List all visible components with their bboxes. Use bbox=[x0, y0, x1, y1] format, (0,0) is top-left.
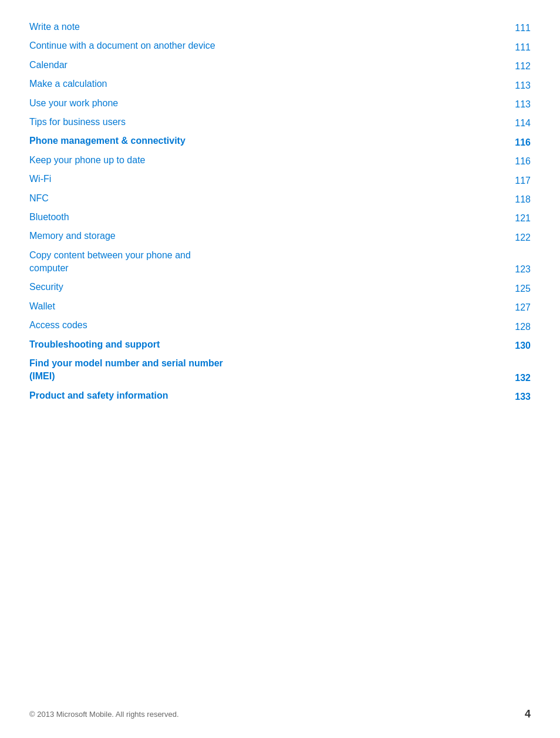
toc-list: Write a note111Continue with a document … bbox=[29, 18, 531, 405]
toc-item-label: Write a note bbox=[29, 21, 229, 33]
toc-item-page: 113 bbox=[507, 99, 531, 110]
footer-page-number: 4 bbox=[525, 708, 531, 720]
toc-row[interactable]: Wi-Fi117 bbox=[29, 170, 531, 188]
toc-row[interactable]: Make a calculation113 bbox=[29, 75, 531, 93]
toc-row[interactable]: Bluetooth121 bbox=[29, 208, 531, 227]
toc-item-label: Continue with a document on another devi… bbox=[29, 39, 229, 52]
toc-row[interactable]: Phone management & connectivity116 bbox=[29, 132, 531, 150]
footer-copyright: © 2013 Microsoft Mobile. All rights rese… bbox=[29, 710, 179, 719]
toc-row[interactable]: Calendar112 bbox=[29, 56, 531, 75]
toc-item-page: 112 bbox=[507, 61, 531, 72]
toc-item-page: 133 bbox=[507, 392, 531, 402]
toc-item-label: Troubleshooting and support bbox=[29, 338, 229, 351]
toc-row[interactable]: NFC118 bbox=[29, 189, 531, 208]
toc-item-page: 128 bbox=[507, 322, 531, 332]
footer: © 2013 Microsoft Mobile. All rights rese… bbox=[29, 708, 531, 720]
toc-item-page: 117 bbox=[507, 176, 531, 186]
page-container: Write a note111Continue with a document … bbox=[0, 0, 560, 738]
toc-item-page: 127 bbox=[507, 302, 531, 313]
toc-item-label: Product and safety information bbox=[29, 389, 229, 402]
toc-item-page: 118 bbox=[507, 194, 531, 205]
toc-item-page: 113 bbox=[507, 80, 531, 91]
toc-item-page: 122 bbox=[507, 232, 531, 243]
toc-row[interactable]: Security125 bbox=[29, 278, 531, 296]
toc-row[interactable]: Product and safety information133 bbox=[29, 386, 531, 405]
toc-row[interactable]: Access codes128 bbox=[29, 316, 531, 335]
toc-item-page: 130 bbox=[507, 341, 531, 351]
toc-item-page: 114 bbox=[507, 118, 531, 129]
toc-item-page: 123 bbox=[507, 264, 531, 275]
toc-item-label: Find your model number and serial number… bbox=[29, 357, 229, 383]
toc-row[interactable]: Troubleshooting and support130 bbox=[29, 335, 531, 354]
toc-row[interactable]: Write a note111 bbox=[29, 18, 531, 36]
toc-item-label: Use your work phone bbox=[29, 97, 229, 110]
toc-item-page: 116 bbox=[507, 137, 531, 148]
toc-item-label: Make a calculation bbox=[29, 77, 229, 90]
toc-item-label: Calendar bbox=[29, 59, 229, 72]
toc-item-label: Wallet bbox=[29, 300, 229, 313]
toc-item-label: Keep your phone up to date bbox=[29, 154, 229, 167]
toc-item-page: 116 bbox=[507, 156, 531, 167]
toc-item-label: NFC bbox=[29, 192, 229, 205]
toc-row[interactable]: Wallet127 bbox=[29, 297, 531, 316]
toc-row[interactable]: Memory and storage122 bbox=[29, 227, 531, 245]
toc-item-label: Access codes bbox=[29, 319, 229, 332]
toc-item-page: 121 bbox=[507, 213, 531, 224]
toc-item-page: 111 bbox=[507, 23, 531, 33]
toc-row[interactable]: Copy content between your phone and comp… bbox=[29, 246, 531, 278]
toc-item-label: Phone management & connectivity bbox=[29, 134, 229, 147]
toc-item-label: Tips for business users bbox=[29, 116, 229, 129]
toc-row[interactable]: Find your model number and serial number… bbox=[29, 354, 531, 386]
toc-item-page: 132 bbox=[507, 373, 531, 383]
toc-row[interactable]: Keep your phone up to date116 bbox=[29, 151, 531, 170]
toc-row[interactable]: Tips for business users114 bbox=[29, 113, 531, 132]
toc-item-page: 125 bbox=[507, 284, 531, 294]
toc-row[interactable]: Continue with a document on another devi… bbox=[29, 36, 531, 55]
toc-item-page: 111 bbox=[507, 42, 531, 53]
toc-row[interactable]: Use your work phone113 bbox=[29, 94, 531, 113]
toc-item-label: Wi-Fi bbox=[29, 173, 229, 186]
toc-item-label: Security bbox=[29, 281, 229, 294]
toc-item-label: Memory and storage bbox=[29, 230, 229, 242]
toc-item-label: Bluetooth bbox=[29, 211, 229, 224]
toc-item-label: Copy content between your phone and comp… bbox=[29, 249, 229, 275]
